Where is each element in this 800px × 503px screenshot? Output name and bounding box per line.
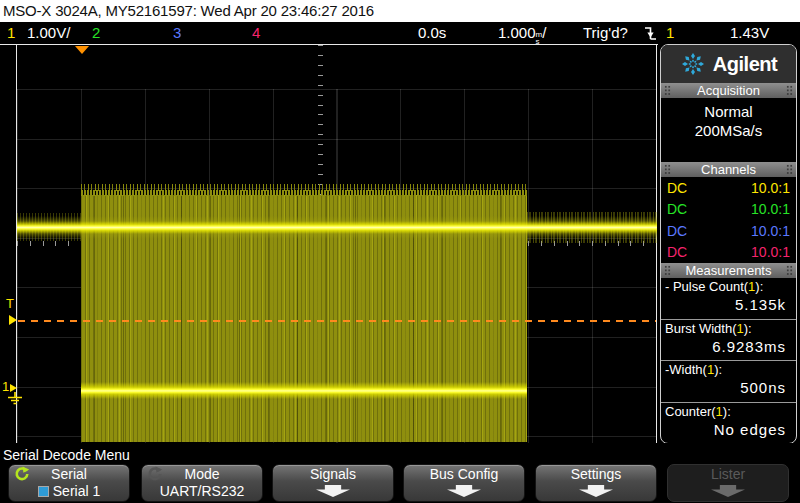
ch1-high-level-trace bbox=[17, 216, 657, 239]
softkey-lister: Lister bbox=[667, 464, 789, 502]
graticule-border-top bbox=[0, 44, 658, 45]
softkey-bus-config[interactable]: Bus Config bbox=[403, 464, 525, 502]
grip-dots-icon bbox=[664, 265, 671, 276]
horizontal-delay[interactable]: 0.0s bbox=[418, 22, 446, 44]
channel-1-button[interactable]: 1 bbox=[7, 22, 15, 44]
softkey-mode[interactable]: Mode UART/RS232 bbox=[141, 464, 263, 502]
instrument-id-text: MSO-X 3024A, MY52161597: Wed Apr 20 23:4… bbox=[3, 2, 374, 19]
grip-dots-icon bbox=[786, 265, 793, 276]
acquisition-mode: Normal bbox=[661, 102, 796, 121]
trigger-source[interactable]: 1 bbox=[666, 22, 674, 44]
measurement-pulse-count: - Pulse Count(1): 5.135k bbox=[661, 278, 796, 320]
grip-dots-icon bbox=[664, 85, 671, 96]
softkey-menu-bar: Serial Decode Menu Serial Serial 1 bbox=[0, 443, 800, 503]
info-sidebar: Agilent Acquisition Normal 200MSa/s Chan… bbox=[660, 44, 797, 444]
oscilloscope-screen: MSO-X 3024A, MY52161597: Wed Apr 20 23:4… bbox=[0, 0, 800, 503]
channel-1-row: DC 10.0:1 bbox=[661, 177, 796, 199]
channel-3-button[interactable]: 3 bbox=[173, 22, 181, 44]
ch1-ground-marker-icon[interactable] bbox=[10, 384, 17, 392]
acquisition-info: Normal 200MSa/s bbox=[661, 98, 796, 162]
channel-1-scale[interactable]: 1.00V/ bbox=[27, 22, 70, 44]
softkey-serial[interactable]: Serial Serial 1 bbox=[8, 464, 130, 502]
channel-4-row: DC 10.0:1 bbox=[661, 242, 796, 264]
grip-dots-icon bbox=[786, 85, 793, 96]
trigger-level-value[interactable]: 1.43V bbox=[730, 22, 769, 44]
trigger-level-marker-icon[interactable] bbox=[9, 315, 17, 325]
timebase-setting[interactable]: 1.000ms/ bbox=[498, 22, 546, 45]
sample-rate: 200MSa/s bbox=[661, 121, 796, 140]
graticule-border-right bbox=[656, 44, 657, 444]
trigger-status[interactable]: Trig'd? bbox=[583, 22, 628, 44]
down-arrow-icon bbox=[447, 485, 481, 497]
channel-2-button[interactable]: 2 bbox=[92, 22, 100, 44]
softkey-signals[interactable]: Signals bbox=[272, 464, 394, 502]
acquisition-header: Acquisition bbox=[661, 83, 796, 98]
measurement-value: 5.135k bbox=[665, 295, 792, 315]
channel-3-row: DC 10.0:1 bbox=[661, 220, 796, 242]
trigger-level-label: T bbox=[6, 296, 14, 311]
channels-header: Channels bbox=[661, 162, 796, 177]
ch1-low-level-trace bbox=[81, 382, 527, 399]
cycle-arrows-icon-dim bbox=[147, 466, 163, 486]
channel-4-button[interactable]: 4 bbox=[252, 22, 260, 44]
measurements-list: - Pulse Count(1): 5.135k Burst Width(1):… bbox=[661, 278, 796, 443]
channel-2-row: DC 10.0:1 bbox=[661, 199, 796, 221]
status-bar: 1 1.00V/ 2 3 4 0.0s 1.000ms/ Trig'd? 1 1… bbox=[0, 22, 800, 44]
trigger-time-marker-icon[interactable] bbox=[75, 46, 89, 54]
measurement-value: 6.9283ms bbox=[665, 337, 792, 357]
cycle-arrows-icon bbox=[14, 466, 30, 486]
measurement-burst-width: Burst Width(1): 6.9283ms bbox=[661, 320, 796, 362]
grip-dots-icon bbox=[786, 164, 793, 175]
ground-symbol-icon bbox=[4, 392, 26, 410]
brand-name: Agilent bbox=[713, 53, 777, 76]
softkey-settings[interactable]: Settings bbox=[535, 464, 657, 502]
serial1-color-swatch-icon bbox=[38, 486, 49, 497]
trigger-level-line bbox=[18, 320, 656, 322]
instrument-title-bar: MSO-X 3024A, MY52161597: Wed Apr 20 23:4… bbox=[0, 0, 800, 22]
measurement-counter: Counter(1): No edges bbox=[661, 403, 796, 444]
measurement-value: 500ns bbox=[665, 378, 792, 398]
timebase-value: 1.000 bbox=[498, 24, 536, 41]
agilent-spark-icon bbox=[680, 51, 706, 77]
channels-info: DC 10.0:1 DC 10.0:1 DC 10.0:1 DC 10.0:1 bbox=[661, 177, 796, 263]
ch1-burst-top-noise2 bbox=[81, 190, 527, 196]
measurement-neg-width: -Width(1): 500ns bbox=[661, 361, 796, 403]
menu-title: Serial Decode Menu bbox=[3, 447, 130, 463]
measurement-value: No edges bbox=[665, 420, 792, 440]
brand-logo: Agilent bbox=[661, 45, 796, 83]
down-arrow-icon bbox=[579, 485, 613, 497]
measurements-header: Measurements bbox=[661, 263, 796, 278]
grip-dots-icon bbox=[664, 164, 671, 175]
down-arrow-icon bbox=[316, 485, 350, 497]
down-arrow-icon bbox=[711, 485, 745, 497]
